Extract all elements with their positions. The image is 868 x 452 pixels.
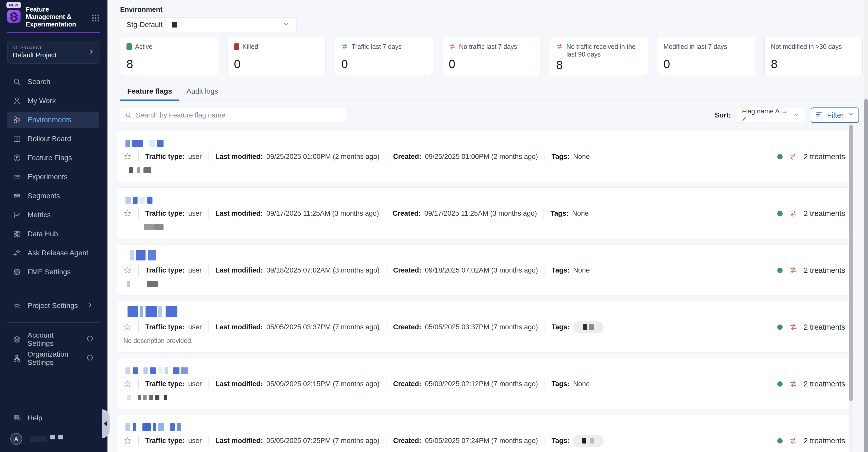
sidebar-collapse-handle[interactable] <box>102 409 110 438</box>
sidebar-item-account-settings[interactable]: Account Settings <box>7 331 99 348</box>
divider <box>386 151 386 162</box>
sidebar-item-organization-settings[interactable]: Organization Settings <box>7 350 99 367</box>
sparkles-icon <box>12 249 21 258</box>
app-grid-icon[interactable] <box>91 13 100 24</box>
redacted-block <box>127 306 138 317</box>
split-logo-icon <box>7 10 21 23</box>
treatments-count[interactable]: 2 treatments <box>804 209 845 218</box>
tag-pill-redacted[interactable] <box>573 435 603 447</box>
sidebar-item-label: Metrics <box>28 211 51 219</box>
feature-flag-row[interactable]: Traffic type:userLast modified:09/17/202… <box>117 187 852 239</box>
star-icon[interactable] <box>123 380 132 388</box>
star-icon[interactable] <box>123 323 132 331</box>
flag-name-redacted[interactable] <box>123 249 845 261</box>
sidebar-item-rollout-board[interactable]: Rollout Board <box>7 131 99 147</box>
environment-select[interactable]: Stg-Default <box>120 17 297 32</box>
project-switcher[interactable]: PROJECT Default Project <box>7 41 100 63</box>
stat-card-no-traffic-last-7-days[interactable]: No traffic last 7 days0 <box>442 37 540 76</box>
sidebar-item-project-settings[interactable]: Project Settings <box>7 298 99 314</box>
tag-pill-redacted[interactable] <box>573 321 603 333</box>
feature-flag-row[interactable]: Traffic type:userLast modified:05/05/202… <box>117 301 852 353</box>
flag-name-redacted[interactable] <box>123 305 845 317</box>
page-scrollbar[interactable] <box>864 0 868 452</box>
list-scrollbar-thumb[interactable] <box>849 125 853 401</box>
stat-card-not-modified-in-30-days[interactable]: Not modified in >30 days8 <box>764 37 863 76</box>
tab-audit-logs[interactable]: Audit logs <box>179 84 225 100</box>
flag-name-redacted[interactable] <box>123 135 845 147</box>
sidebar-item-ask-release-agent[interactable]: Ask Release Agent <box>7 245 99 261</box>
star-icon[interactable] <box>123 266 132 274</box>
box-icon <box>12 45 18 50</box>
stat-card-killed[interactable]: Killed0 <box>227 37 326 76</box>
stat-card-modified-in-last-7-days[interactable]: Modified in last 7 days0 <box>657 37 755 76</box>
sort-select[interactable]: Flag name A → Z <box>736 108 805 122</box>
redacted-block <box>158 423 164 431</box>
tab-feature-flags[interactable]: Feature flags <box>120 84 179 100</box>
sidebar-item-environments[interactable]: Environments <box>7 112 99 128</box>
redacted-block <box>140 306 143 317</box>
sidebar-nav-secondary: Project Settings <box>0 296 107 315</box>
treatments-count[interactable]: 2 treatments <box>804 266 845 275</box>
tags-label: Tags: <box>552 323 569 331</box>
last-modified-label: Last modified: <box>215 323 263 331</box>
last-modified-value: 05/09/2025 02:15PM (7 months ago) <box>267 380 379 388</box>
treatments-count[interactable]: 2 treatments <box>804 152 845 161</box>
sidebar-item-segments[interactable]: Segments <box>7 188 99 204</box>
redacted-block <box>138 395 141 400</box>
star-icon[interactable] <box>123 152 132 161</box>
treatments-count[interactable]: 2 treatments <box>804 380 845 388</box>
sidebar-item-metrics[interactable]: Metrics <box>7 207 99 223</box>
star-icon[interactable] <box>123 436 132 445</box>
feature-flag-row[interactable]: Traffic type:userLast modified:05/05/202… <box>117 415 852 452</box>
redacted-block <box>147 197 152 204</box>
redacted-block <box>155 395 159 400</box>
sidebar-item-feature-flags[interactable]: Feature Flags <box>7 150 99 166</box>
flag-name-redacted[interactable] <box>123 192 845 204</box>
filter-button[interactable]: Filter <box>811 108 859 123</box>
feature-flag-row[interactable]: Traffic type:userLast modified:09/18/202… <box>117 244 852 296</box>
treatments-count[interactable]: 2 treatments <box>804 436 845 445</box>
sidebar-item-experiments[interactable]: Experiments <box>7 169 99 185</box>
redacted-block <box>144 168 151 173</box>
sidebar-item-search[interactable]: Search <box>7 73 99 90</box>
star-icon[interactable] <box>123 209 132 217</box>
sidebar-item-label: FME Settings <box>28 268 71 276</box>
last-modified-label: Last modified: <box>215 437 263 445</box>
user-row[interactable]: A <box>10 433 100 445</box>
flag-description: No description provided. <box>123 337 193 344</box>
status-active-dot-icon <box>777 438 783 444</box>
sidebar-item-data-hub[interactable]: Data Hub <box>7 226 99 242</box>
flag-name-redacted[interactable] <box>123 419 845 431</box>
environment-redacted-block <box>172 22 177 28</box>
list-scrollbar[interactable] <box>849 123 853 452</box>
flag-name-redacted[interactable] <box>123 362 845 374</box>
flag-search[interactable] <box>120 108 347 122</box>
stat-card-traffic-last-7-days[interactable]: Traffic last 7 days0 <box>335 37 433 76</box>
sidebar-item-my-work[interactable]: My Work <box>7 93 99 109</box>
traffic-type-value: user <box>188 437 202 445</box>
feature-flag-row[interactable]: Traffic type:userLast modified:05/09/202… <box>117 358 852 409</box>
created-value: 05/05/2025 07:24PM (7 months ago) <box>425 437 538 445</box>
traffic-type-label: Traffic type: <box>145 323 185 331</box>
feature-flags-icon <box>12 153 21 162</box>
tags-label: Tags: <box>551 210 568 217</box>
traffic-type-label: Traffic type: <box>145 210 185 217</box>
treatments-count[interactable]: 2 treatments <box>804 323 845 331</box>
chevron-right-icon <box>88 48 95 56</box>
help-button[interactable]: ? Help <box>12 414 100 423</box>
stat-card-no-traffic-received-in-the-last-90-days[interactable]: No traffic received in the last 90 days8 <box>550 37 648 76</box>
layers-icon <box>12 335 21 344</box>
last-modified-value: 09/17/2025 11:25AM (3 months ago) <box>267 210 379 217</box>
feature-flag-row[interactable]: Traffic type:userLast modified:09/25/202… <box>117 131 852 182</box>
chevron-down-icon <box>793 111 800 119</box>
sidebar-item-fme-settings[interactable]: FME Settings <box>7 264 99 280</box>
filter-icon <box>815 111 823 120</box>
avatar[interactable]: A <box>10 433 22 445</box>
page-scrollbar-thumb[interactable] <box>864 99 868 452</box>
list-toolbar: Sort: Flag name A → Z Filter <box>120 108 859 123</box>
divider <box>545 435 545 446</box>
stat-card-active[interactable]: Active8 <box>120 37 218 76</box>
project-label: PROJECT <box>20 46 42 50</box>
stat-value: 0 <box>663 57 749 71</box>
flag-search-input[interactable] <box>136 111 342 119</box>
